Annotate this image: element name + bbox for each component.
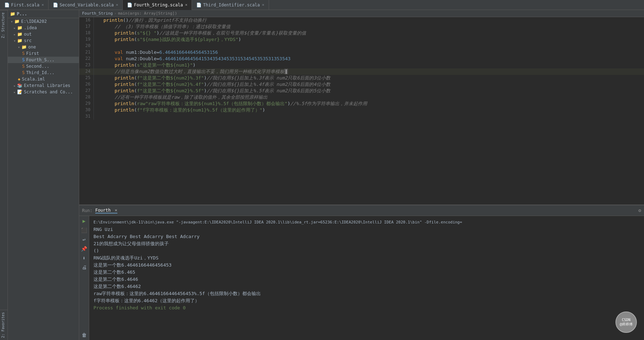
output-line-10: f字符串模板：这里的6.46462（这里的起作用了） [93, 297, 640, 304]
output-line-2: 21的我想成为让父母值得骄傲的孩子 [93, 240, 640, 247]
code-line-27: 27 println(f"这是第二个数${num2}%.5f")//我们在用${… [79, 88, 644, 94]
scroll-to-end-button[interactable]: ⬇ [81, 254, 88, 262]
tab-second[interactable]: 📄 Second_Variable.scala × [49, 0, 123, 10]
code-line-29: 29 println(raw"raw字符串模板：这里的${num1}%.5f（包… [79, 101, 644, 107]
code-line-20: 20 [79, 43, 644, 49]
scala-file-icon: S [22, 70, 25, 75]
pin-tab-button[interactable]: 📌 [81, 245, 88, 252]
sidebar-item-scala-iml[interactable]: ◆ Scala.iml [8, 76, 79, 82]
code-line-22: 22 val num2:Double=6.4646166464564153435… [79, 56, 644, 62]
scala-file-icon: S [22, 57, 25, 62]
close-run-tab[interactable]: × [115, 208, 117, 213]
code-line-17: 17 // （3）字符串模板（插值字符串）：通过$获取变量值 [79, 24, 644, 30]
folder-icon: 📁 [17, 32, 22, 37]
scratch-icon: 📝 [17, 89, 22, 94]
sidebar-item-second[interactable]: S Second... [8, 63, 79, 69]
project-icon: 📁 [10, 11, 15, 16]
code-line-21: 21 val num1:Double=6.4646166446456453156 [79, 49, 644, 56]
lib-icon: 📚 [17, 83, 22, 88]
stop-button[interactable]: ⬛ [81, 227, 88, 234]
code-line-26: 26 println(f"这是第二个数${num2}%.4f")//我们在用${… [79, 81, 644, 88]
project-sidebar: 📁 P... ▾ 📁 E:\IDEA202 ▸ 📁 .idea ▸ 📁 out … [8, 10, 79, 340]
sidebar-item-first[interactable]: S First [8, 50, 79, 57]
scala-file-icon: S [22, 64, 25, 69]
sidebar-item-one[interactable]: ▾ 📁 one [8, 44, 79, 50]
sidebar-item-fourth[interactable]: S Fourth_S... [8, 57, 79, 63]
iml-icon: ◆ [18, 77, 20, 82]
sidebar-item-src[interactable]: ▾ 📁 src [8, 37, 79, 44]
run-settings-icon[interactable]: ⚙ [638, 208, 641, 213]
run-toolbar: ▶ ⬛ ↩ 📌 ⬇ 🖨 🗑 [79, 216, 89, 340]
code-line-18: 18 println(s"${} ")//这就是一种字符串模板，在双引号里用${… [79, 30, 644, 36]
code-line-28: 28 //还有一种字符串模板就是raw，除了读取的值外，其余全部按照原样输出 [79, 94, 644, 101]
run-tab-fourth[interactable]: Fourth × [95, 208, 117, 213]
process-exit-line: Process finished with exit code 0 [93, 304, 640, 311]
close-tab-second[interactable]: × [116, 2, 118, 7]
clear-button[interactable]: 🗑 [81, 331, 88, 339]
run-output[interactable]: E:\Environment\jdk-11\bin\java.exe "-jav… [89, 216, 644, 340]
code-line-24: 24 //但是当像num2数值位数过大时，直接输出不妥，我们用另一种格式化字符串… [79, 68, 644, 75]
output-line-8: 这是第二个数6.46462 [93, 283, 640, 290]
print-button[interactable]: 🖨 [81, 264, 88, 271]
output-line-0: RNG Uzi [93, 226, 640, 233]
restore-layout-button[interactable]: ↩ [81, 236, 88, 243]
code-line-19: 19 println(s"${name}战队的灵魂选手${player}，YYD… [79, 36, 644, 43]
code-line-25: 25 println(f"这是第二个数${num2}%.3f")//我们在用${… [79, 75, 644, 81]
folder-icon: 📁 [17, 25, 22, 30]
output-line-5: 这是第一个数6.4646166446456453 [93, 262, 640, 269]
code-editor[interactable]: 16 println()//换行，因为printf不支持自动换行 17 // （… [79, 17, 644, 205]
close-tab-first[interactable]: × [41, 2, 44, 7]
code-line-31: 31 [79, 113, 644, 120]
tab-third[interactable]: 📄 Third_Identifier.scala × [192, 0, 269, 10]
code-line-23: 23 println(s"这是第一个数${num1}") [79, 62, 644, 68]
run-body: ▶ ⬛ ↩ 📌 ⬇ 🖨 🗑 E:\Environment\jdk-11\bin\… [79, 216, 644, 340]
structure-tab[interactable]: Z: Structure [0, 10, 7, 40]
sidebar-item-idea[interactable]: ▸ 📁 .idea [8, 25, 79, 31]
sidebar-item-out[interactable]: ▸ 📁 out [8, 31, 79, 37]
run-label: Run: [82, 208, 92, 213]
output-line-4: RNG战队的灵魂选手Uzi，YYDS [93, 254, 640, 262]
output-line-6: 这是第二个数6.465 [93, 269, 640, 276]
code-line-16: 16 println()//换行，因为printf不支持自动换行 [79, 17, 644, 24]
root-icon: 📁 [14, 19, 20, 24]
sidebar-item-third[interactable]: S Third_Id... [8, 69, 79, 76]
close-tab-fourth[interactable]: × [185, 2, 188, 7]
tab-first[interactable]: 📄 First.scala × [0, 0, 49, 10]
output-line-9: raw字符串模板：这里的6.4646166446456453%.5f（包括限制小… [93, 290, 640, 297]
folder-icon: 📁 [17, 38, 22, 43]
output-line-7: 这是第二个数6.4646 [93, 276, 640, 283]
close-tab-third[interactable]: × [262, 2, 264, 7]
avatar: CSDN@师师傅 [615, 311, 637, 333]
editor-tabs: 📄 First.scala × 📄 Second_Variable.scala … [0, 0, 644, 10]
output-line-3: () [93, 247, 640, 254]
breadcrumb: Fourth_String › main(args: Array[String]… [79, 10, 644, 17]
output-line-1: Best Adcarry Best Adcarry Best Adcarry [93, 233, 640, 240]
expand-arrow-root: ▾ [11, 20, 13, 24]
sidebar-item-ext-libraries[interactable]: ▸ 📚 External Libraries [8, 82, 79, 89]
sidebar-item-scratches[interactable]: ▸ 📝 Scratches and Co... [8, 89, 79, 95]
sidebar-root[interactable]: ▾ 📁 E:\IDEA202 [8, 18, 79, 25]
code-line-30: 30 println(f"f字符串模板：这里的${num1}%.5f（这里的起作… [79, 107, 644, 113]
tab-fourth[interactable]: 📄 Fourth_String.scala × [123, 0, 192, 10]
favorites-tab[interactable]: 2: Favorites [0, 310, 7, 340]
run-header: Run: Fourth × ⚙ [79, 205, 644, 216]
rerun-button[interactable]: ▶ [81, 217, 88, 225]
run-panel: Run: Fourth × ⚙ ▶ ⬛ ↩ 📌 ⬇ 🖨 � [79, 205, 644, 340]
folder-icon: 📁 [21, 45, 27, 50]
command-line: E:\Environment\jdk-11\bin\java.exe "-jav… [93, 219, 640, 226]
scala-file-icon: S [22, 51, 25, 56]
